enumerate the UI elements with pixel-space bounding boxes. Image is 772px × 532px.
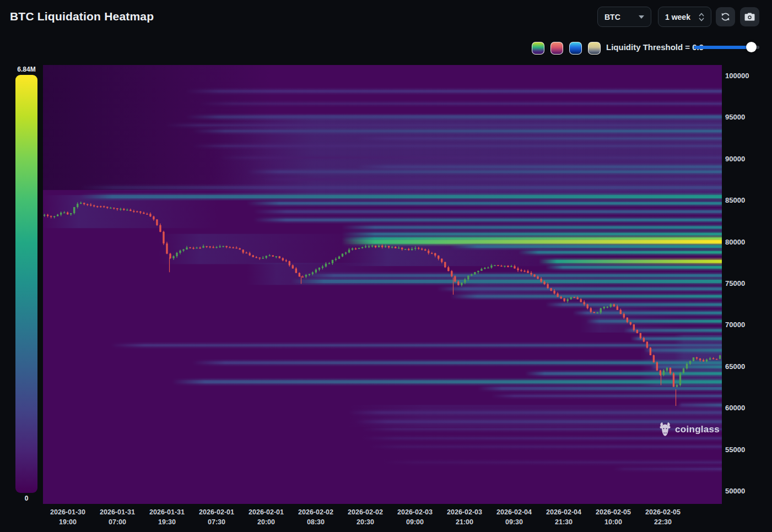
heatmap-canvas[interactable] xyxy=(43,65,722,504)
time-tick-label: 2026-02-0107:30 xyxy=(199,507,234,527)
price-tick-label: 70000 xyxy=(725,321,745,329)
time-tick-label: 2026-02-0309:00 xyxy=(397,507,433,527)
price-tick-label: 100000 xyxy=(725,72,749,80)
time-tick-label: 2026-01-3107:00 xyxy=(100,507,135,527)
time-tick-label: 2026-02-0522:30 xyxy=(645,507,681,527)
liquidity-threshold-slider[interactable] xyxy=(694,46,759,49)
colorbar-max-label: 6.84M xyxy=(15,66,37,73)
palette-viridis-button[interactable] xyxy=(532,42,544,55)
colorbar xyxy=(15,75,37,493)
time-tick-label: 2026-02-0220:30 xyxy=(348,507,383,527)
palette-red-button[interactable] xyxy=(550,42,563,55)
time-tick-label: 2026-02-0120:00 xyxy=(249,507,284,527)
palette-blue-button[interactable] xyxy=(569,42,582,55)
price-tick-label: 80000 xyxy=(725,237,745,246)
symbol-select[interactable]: BTC xyxy=(597,7,651,27)
time-tick-label: 2026-01-3119:30 xyxy=(149,507,185,527)
period-select-value: 1 week xyxy=(665,13,690,21)
watermark-text: coinglass xyxy=(675,424,720,435)
time-tick-label: 2026-02-0208:30 xyxy=(298,507,333,527)
price-tick-label: 55000 xyxy=(725,445,745,453)
period-select[interactable]: 1 week xyxy=(658,7,711,27)
price-tick-label: 65000 xyxy=(725,362,745,370)
liquidation-heatmap-app: BTC Liquidation Heatmap BTC 1 week Liq xyxy=(0,0,772,532)
slider-fill xyxy=(694,46,751,49)
price-tick-label: 75000 xyxy=(725,279,745,287)
camera-icon xyxy=(744,12,755,21)
camera-button[interactable] xyxy=(740,7,759,26)
liquidity-threshold-label: Liquidity Threshold = 0.9 xyxy=(606,42,704,52)
price-tick-label: 85000 xyxy=(725,196,745,204)
time-tick-label: 2026-02-0409:30 xyxy=(496,507,532,527)
colorbar-min-label: 0 xyxy=(15,495,37,502)
slider-thumb[interactable] xyxy=(746,42,757,52)
price-tick-label: 60000 xyxy=(725,404,745,412)
stepper-arrows-icon xyxy=(699,13,704,21)
time-tick-label: 2026-02-0421:30 xyxy=(546,507,581,527)
time-tick-label: 2026-02-0510:00 xyxy=(596,507,631,527)
watermark: coinglass xyxy=(659,422,720,437)
refresh-icon xyxy=(720,12,731,22)
price-axis: 1000009500090000850008000075000700006500… xyxy=(725,65,769,504)
symbol-select-value: BTC xyxy=(604,13,620,21)
refresh-button[interactable] xyxy=(716,7,735,26)
price-tick-label: 95000 xyxy=(725,113,745,121)
time-tick-label: 2026-02-0321:00 xyxy=(447,507,482,527)
chevron-down-icon xyxy=(639,15,644,19)
palette-yellow-button[interactable] xyxy=(588,42,601,55)
time-axis: 2026-01-3019:002026-01-3107:002026-01-31… xyxy=(43,507,722,529)
page-title: BTC Liquidation Heatmap xyxy=(10,10,154,23)
price-tick-label: 50000 xyxy=(725,486,745,495)
coinglass-bull-logo-icon xyxy=(659,422,671,437)
time-tick-label: 2026-01-3019:00 xyxy=(50,507,85,527)
price-tick-label: 90000 xyxy=(725,154,745,162)
